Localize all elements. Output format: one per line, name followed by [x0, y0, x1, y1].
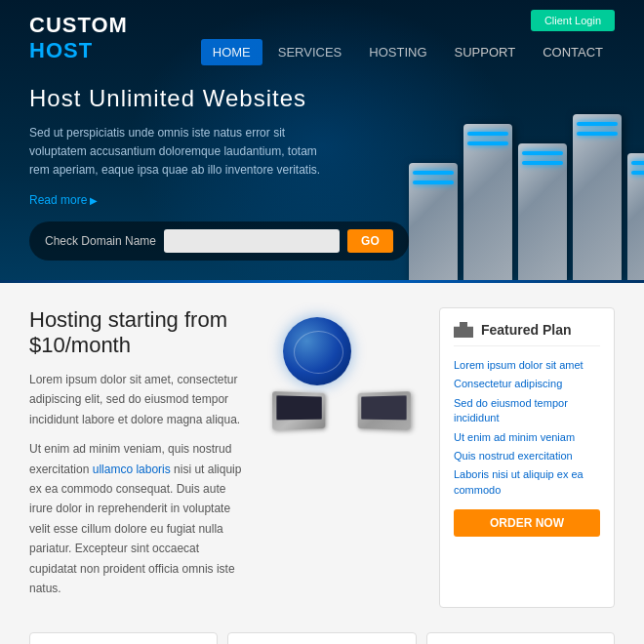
logo: CUSTOM HOST	[29, 13, 128, 63]
hosting-title: Hosting starting from $10/month	[29, 307, 244, 358]
featured-plan-card: Featured Plan Lorem ipsum dolor sit amet…	[439, 307, 615, 608]
featured-plan-features: Lorem ipsum dolor sit amet Consectetur a…	[454, 358, 600, 498]
nav-home[interactable]: HOME	[201, 39, 262, 65]
hero-text: Host Unlimited Websites Sed ut perspicia…	[29, 85, 409, 261]
hero-section: Host Unlimited Websites Sed ut perspicia…	[29, 75, 615, 280]
featured-plan-title: Featured Plan	[481, 322, 572, 338]
read-more-link[interactable]: Read more	[29, 193, 98, 207]
hosting-section: Hosting starting from $10/month Lorem ip…	[29, 307, 615, 608]
server-tower-1	[409, 163, 458, 280]
server-illustration	[409, 85, 644, 280]
client-login-button[interactable]: Client Login	[531, 10, 615, 31]
step-1-card: Step 01 Neque porro quisquam est, qui do…	[29, 632, 218, 644]
fp-feature-3: Sed do eiusmod tempor incididunt	[454, 396, 600, 426]
server-tower-3	[518, 143, 567, 280]
hero-description: Sed ut perspiciatis unde omnis iste natu…	[29, 124, 322, 181]
laptop-right-icon	[358, 391, 411, 430]
logo-custom: CUSTOM	[29, 13, 128, 38]
nav-hosting[interactable]: HOSTING	[357, 39, 438, 65]
nav-services[interactable]: SERVICES	[266, 39, 354, 65]
server-tower-5	[627, 153, 644, 280]
fp-feature-2: Consectetur adipiscing	[454, 377, 600, 391]
servers-group	[409, 114, 644, 280]
globe-icon	[283, 317, 351, 385]
go-button[interactable]: GO	[347, 229, 393, 253]
fp-feature-5: Quis nostrud exercitation	[454, 449, 600, 463]
folder-icon	[454, 322, 473, 338]
globe-illustration	[273, 307, 410, 434]
hero-title: Host Unlimited Websites	[29, 85, 409, 112]
main-content: Hosting starting from $10/month Lorem ip…	[0, 283, 644, 644]
steps-section: Step 01 Neque porro quisquam est, qui do…	[29, 632, 615, 644]
fp-feature-1: Lorem ipsum dolor sit amet	[454, 358, 600, 373]
fp-feature-6: Laboris nisi ut aliquip ex ea commodo	[454, 467, 600, 498]
domain-search-bar: Check Domain Name GO	[29, 221, 409, 261]
logo-host: HOST	[29, 38, 128, 63]
hosting-visual	[263, 307, 420, 608]
hosting-desc-1: Lorem ipsum dolor sit amet, consectetur …	[29, 370, 244, 429]
hosting-link[interactable]: ullamco laboris	[93, 463, 171, 476]
fp-feature-4: Ut enim ad minim veniam	[454, 430, 600, 445]
nav-contact[interactable]: CONTACT	[531, 39, 615, 65]
step-2-card: Step 02 Neque porro quisquam est, qui do…	[227, 632, 416, 644]
domain-input[interactable]	[164, 229, 340, 253]
featured-plan-header: Featured Plan	[454, 322, 600, 346]
order-now-button[interactable]: ORDER NOW	[454, 509, 600, 537]
top-bar: CUSTOM HOST Client Login HOME SERVICES H…	[29, 10, 615, 65]
server-tower-2	[463, 124, 512, 280]
server-tower-4	[573, 114, 622, 280]
main-nav: HOME SERVICES HOSTING SUPPORT CONTACT	[201, 39, 615, 65]
nav-support[interactable]: SUPPORT	[443, 39, 528, 65]
hosting-desc-2: Ut enim ad minim veniam, quis nostrud ex…	[29, 439, 244, 598]
top-right: Client Login HOME SERVICES HOSTING SUPPO…	[201, 10, 615, 65]
header: CUSTOM HOST Client Login HOME SERVICES H…	[0, 0, 644, 280]
laptop-left-icon	[272, 391, 325, 430]
step-3-card: Step 03 Porro quisquam est, qui dolorem …	[426, 632, 615, 644]
hosting-left: Hosting starting from $10/month Lorem ip…	[29, 307, 244, 608]
domain-label: Check Domain Name	[45, 234, 156, 248]
